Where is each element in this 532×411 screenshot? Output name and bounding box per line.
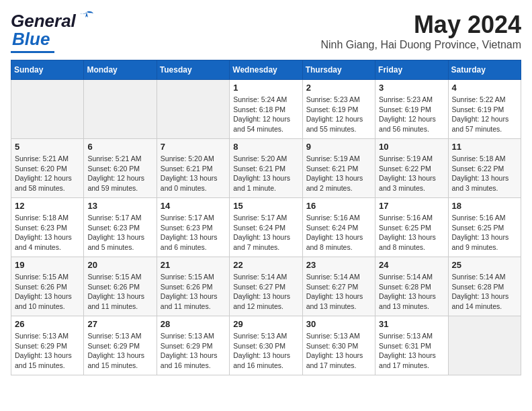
calendar-cell: 20Sunrise: 5:15 AM Sunset: 6:26 PM Dayli… bbox=[84, 257, 157, 316]
calendar-cell: 12Sunrise: 5:18 AM Sunset: 6:23 PM Dayli… bbox=[11, 198, 84, 257]
week-row-2: 5Sunrise: 5:21 AM Sunset: 6:20 PM Daylig… bbox=[11, 139, 521, 198]
day-number: 7 bbox=[161, 142, 226, 152]
page-header: General Blue May 2024 Ninh Giang, Hai Du… bbox=[11, 11, 521, 53]
calendar-cell: 4Sunrise: 5:22 AM Sunset: 6:19 PM Daylig… bbox=[448, 80, 521, 139]
day-info: Sunrise: 5:15 AM Sunset: 6:26 PM Dayligh… bbox=[161, 272, 226, 312]
day-info: Sunrise: 5:19 AM Sunset: 6:21 PM Dayligh… bbox=[306, 154, 371, 193]
calendar-cell: 17Sunrise: 5:16 AM Sunset: 6:25 PM Dayli… bbox=[375, 198, 448, 257]
day-number: 4 bbox=[452, 83, 517, 93]
calendar-cell bbox=[448, 316, 521, 375]
day-number: 22 bbox=[233, 260, 298, 270]
day-number: 16 bbox=[306, 201, 371, 211]
day-number: 2 bbox=[306, 83, 371, 93]
logo-blue: Blue bbox=[12, 29, 50, 50]
day-number: 21 bbox=[161, 260, 226, 270]
day-info: Sunrise: 5:17 AM Sunset: 6:23 PM Dayligh… bbox=[161, 213, 226, 253]
day-header-sunday: Sunday bbox=[11, 60, 84, 80]
calendar-cell: 23Sunrise: 5:14 AM Sunset: 6:27 PM Dayli… bbox=[302, 257, 375, 316]
day-info: Sunrise: 5:13 AM Sunset: 6:29 PM Dayligh… bbox=[161, 331, 226, 371]
day-number: 28 bbox=[161, 319, 226, 329]
logo-bird-icon bbox=[77, 11, 96, 27]
day-number: 14 bbox=[161, 201, 226, 211]
day-info: Sunrise: 5:15 AM Sunset: 6:26 PM Dayligh… bbox=[15, 272, 80, 312]
day-number: 11 bbox=[452, 142, 517, 152]
day-info: Sunrise: 5:23 AM Sunset: 6:19 PM Dayligh… bbox=[379, 95, 444, 134]
day-info: Sunrise: 5:16 AM Sunset: 6:25 PM Dayligh… bbox=[452, 213, 517, 253]
day-info: Sunrise: 5:15 AM Sunset: 6:26 PM Dayligh… bbox=[87, 272, 152, 312]
day-info: Sunrise: 5:14 AM Sunset: 6:27 PM Dayligh… bbox=[233, 272, 298, 312]
calendar-cell: 13Sunrise: 5:17 AM Sunset: 6:23 PM Dayli… bbox=[84, 198, 157, 257]
day-header-friday: Friday bbox=[375, 60, 448, 80]
day-info: Sunrise: 5:13 AM Sunset: 6:29 PM Dayligh… bbox=[15, 331, 80, 371]
day-info: Sunrise: 5:20 AM Sunset: 6:21 PM Dayligh… bbox=[161, 154, 226, 193]
calendar-cell: 1Sunrise: 5:24 AM Sunset: 6:18 PM Daylig… bbox=[230, 80, 302, 139]
day-number: 17 bbox=[379, 201, 444, 211]
calendar-cell: 16Sunrise: 5:16 AM Sunset: 6:24 PM Dayli… bbox=[302, 198, 375, 257]
day-header-thursday: Thursday bbox=[302, 60, 375, 80]
day-info: Sunrise: 5:18 AM Sunset: 6:23 PM Dayligh… bbox=[15, 213, 80, 253]
day-info: Sunrise: 5:16 AM Sunset: 6:25 PM Dayligh… bbox=[379, 213, 444, 253]
day-number: 1 bbox=[233, 83, 298, 93]
day-number: 15 bbox=[233, 201, 298, 211]
day-info: Sunrise: 5:21 AM Sunset: 6:20 PM Dayligh… bbox=[87, 154, 152, 193]
calendar-cell: 6Sunrise: 5:21 AM Sunset: 6:20 PM Daylig… bbox=[84, 139, 157, 198]
calendar-table: SundayMondayTuesdayWednesdayThursdayFrid… bbox=[11, 60, 521, 375]
day-info: Sunrise: 5:13 AM Sunset: 6:29 PM Dayligh… bbox=[87, 331, 152, 371]
logo: General Blue bbox=[11, 11, 96, 53]
calendar-cell: 18Sunrise: 5:16 AM Sunset: 6:25 PM Dayli… bbox=[448, 198, 521, 257]
day-number: 25 bbox=[452, 260, 517, 270]
week-row-4: 19Sunrise: 5:15 AM Sunset: 6:26 PM Dayli… bbox=[11, 257, 521, 316]
calendar-cell: 25Sunrise: 5:14 AM Sunset: 6:28 PM Dayli… bbox=[448, 257, 521, 316]
day-info: Sunrise: 5:19 AM Sunset: 6:22 PM Dayligh… bbox=[379, 154, 444, 193]
day-header-saturday: Saturday bbox=[448, 60, 521, 80]
day-number: 20 bbox=[87, 260, 152, 270]
day-number: 8 bbox=[233, 142, 298, 152]
calendar-cell: 19Sunrise: 5:15 AM Sunset: 6:26 PM Dayli… bbox=[11, 257, 84, 316]
day-number: 26 bbox=[15, 319, 80, 329]
day-info: Sunrise: 5:17 AM Sunset: 6:24 PM Dayligh… bbox=[233, 213, 298, 253]
calendar-cell: 24Sunrise: 5:14 AM Sunset: 6:28 PM Dayli… bbox=[375, 257, 448, 316]
calendar-cell: 21Sunrise: 5:15 AM Sunset: 6:26 PM Dayli… bbox=[157, 257, 229, 316]
day-info: Sunrise: 5:14 AM Sunset: 6:28 PM Dayligh… bbox=[452, 272, 517, 312]
calendar-cell: 28Sunrise: 5:13 AM Sunset: 6:29 PM Dayli… bbox=[157, 316, 229, 375]
calendar-cell: 30Sunrise: 5:13 AM Sunset: 6:30 PM Dayli… bbox=[302, 316, 375, 375]
calendar-cell: 7Sunrise: 5:20 AM Sunset: 6:21 PM Daylig… bbox=[157, 139, 229, 198]
calendar-cell bbox=[157, 80, 229, 139]
days-of-week-row: SundayMondayTuesdayWednesdayThursdayFrid… bbox=[11, 60, 521, 80]
day-number: 30 bbox=[306, 319, 371, 329]
calendar-cell: 22Sunrise: 5:14 AM Sunset: 6:27 PM Dayli… bbox=[230, 257, 302, 316]
day-number: 18 bbox=[452, 201, 517, 211]
day-number: 6 bbox=[87, 142, 152, 152]
day-info: Sunrise: 5:21 AM Sunset: 6:20 PM Dayligh… bbox=[15, 154, 80, 193]
calendar-cell: 10Sunrise: 5:19 AM Sunset: 6:22 PM Dayli… bbox=[375, 139, 448, 198]
calendar-cell: 27Sunrise: 5:13 AM Sunset: 6:29 PM Dayli… bbox=[84, 316, 157, 375]
calendar-cell bbox=[11, 80, 84, 139]
calendar-cell: 29Sunrise: 5:13 AM Sunset: 6:30 PM Dayli… bbox=[230, 316, 302, 375]
day-number: 9 bbox=[306, 142, 371, 152]
day-info: Sunrise: 5:23 AM Sunset: 6:19 PM Dayligh… bbox=[306, 95, 371, 134]
month-year-title: May 2024 bbox=[320, 11, 521, 39]
day-number: 10 bbox=[379, 142, 444, 152]
calendar-body: 1Sunrise: 5:24 AM Sunset: 6:18 PM Daylig… bbox=[11, 80, 521, 375]
day-header-wednesday: Wednesday bbox=[230, 60, 302, 80]
calendar-cell: 2Sunrise: 5:23 AM Sunset: 6:19 PM Daylig… bbox=[302, 80, 375, 139]
week-row-1: 1Sunrise: 5:24 AM Sunset: 6:18 PM Daylig… bbox=[11, 80, 521, 139]
day-info: Sunrise: 5:17 AM Sunset: 6:23 PM Dayligh… bbox=[87, 213, 152, 253]
calendar-cell: 14Sunrise: 5:17 AM Sunset: 6:23 PM Dayli… bbox=[157, 198, 229, 257]
calendar-cell: 11Sunrise: 5:18 AM Sunset: 6:22 PM Dayli… bbox=[448, 139, 521, 198]
day-number: 13 bbox=[87, 201, 152, 211]
calendar-cell bbox=[84, 80, 157, 139]
day-info: Sunrise: 5:14 AM Sunset: 6:28 PM Dayligh… bbox=[379, 272, 444, 312]
logo-underline bbox=[11, 51, 54, 53]
day-number: 5 bbox=[15, 142, 80, 152]
day-info: Sunrise: 5:24 AM Sunset: 6:18 PM Dayligh… bbox=[233, 95, 298, 134]
day-info: Sunrise: 5:13 AM Sunset: 6:31 PM Dayligh… bbox=[379, 331, 444, 371]
day-number: 29 bbox=[233, 319, 298, 329]
calendar-cell: 9Sunrise: 5:19 AM Sunset: 6:21 PM Daylig… bbox=[302, 139, 375, 198]
calendar-header: SundayMondayTuesdayWednesdayThursdayFrid… bbox=[11, 60, 521, 80]
day-number: 19 bbox=[15, 260, 80, 270]
title-section: May 2024 Ninh Giang, Hai Duong Province,… bbox=[320, 11, 521, 51]
day-info: Sunrise: 5:18 AM Sunset: 6:22 PM Dayligh… bbox=[452, 154, 517, 193]
day-info: Sunrise: 5:16 AM Sunset: 6:24 PM Dayligh… bbox=[306, 213, 371, 253]
day-info: Sunrise: 5:22 AM Sunset: 6:19 PM Dayligh… bbox=[452, 95, 517, 134]
